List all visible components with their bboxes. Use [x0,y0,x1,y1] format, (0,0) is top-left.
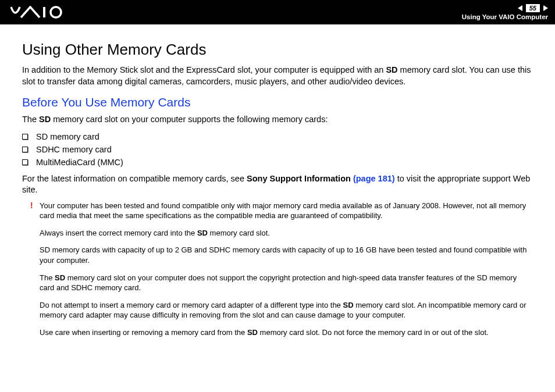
vaio-logo [10,6,74,19]
bullet-icon [22,147,28,152]
note-item: Your computer has been tested and found … [40,201,533,221]
subheading: Before You Use Memory Cards [22,95,533,109]
note-bold: SD [197,229,208,237]
bullet-icon [22,134,28,140]
note-item: Do not attempt to insert a memory card o… [40,300,533,320]
note-bold: SD [247,328,258,337]
svg-point-1 [51,7,61,17]
page-content: Using Other Memory Cards In addition to … [0,24,555,356]
note-bold: SD [55,273,65,282]
intro-text: In addition to the Memory Stick slot and… [22,65,386,74]
supports-bold: SD [39,115,51,124]
page-link[interactable]: (page 181) [353,174,395,183]
supports-paragraph: The SD memory card slot on your computer… [22,114,533,126]
note-item: Always insert the correct memory card in… [40,228,533,238]
list-item: SD memory card [22,130,533,143]
list-item-label: SDHC memory card [36,145,112,154]
note-text: Do not attempt to insert a memory card o… [40,301,343,309]
section-label: Using Your VAIO Computer [462,13,548,20]
intro-paragraph: In addition to the Memory Stick slot and… [22,65,533,87]
latest-pre: For the latest information on compatible… [22,174,247,183]
bullet-list: SD memory card SDHC memory card MultiMed… [22,130,533,169]
warning-icon: ! [30,201,33,210]
list-item: SDHC memory card [22,143,533,156]
note-item: The SD memory card slot on your computer… [40,273,533,293]
bullet-icon [22,159,28,165]
list-item-label: SD memory card [36,132,99,141]
page-title: Using Other Memory Cards [22,41,533,59]
list-item: MultiMediaCard (MMC) [22,156,533,169]
note-item: Use care when inserting or removing a me… [40,327,533,338]
next-page-icon[interactable] [543,5,548,11]
supports-pre: The [22,115,39,124]
list-item-label: MultiMediaCard (MMC) [36,158,123,167]
intro-bold: SD [386,65,397,74]
note-text: memory card slot on your computer does n… [40,273,517,293]
note-text: memory card slot. Do not force the memor… [258,328,489,337]
page-number: 55 [526,4,540,12]
notes-block: ! Your computer has been tested and foun… [22,201,533,337]
header-meta: 55 Using Your VAIO Computer [462,4,548,20]
note-text: Always insert the correct memory card in… [40,229,197,237]
latest-bold: Sony Support Information [247,174,353,183]
note-item: SD memory cards with capacity of up to 2… [40,245,533,265]
note-text: Use care when inserting or removing a me… [40,328,247,337]
note-bold: SD [343,301,353,309]
svg-rect-0 [43,7,45,17]
supports-post: memory card slot on your computer suppor… [51,115,328,124]
latest-info-paragraph: For the latest information on compatible… [22,173,533,196]
page-header: 55 Using Your VAIO Computer [0,0,555,24]
prev-page-icon[interactable] [518,5,522,11]
note-text: memory card slot. [208,229,270,237]
note-text: The [40,273,55,282]
